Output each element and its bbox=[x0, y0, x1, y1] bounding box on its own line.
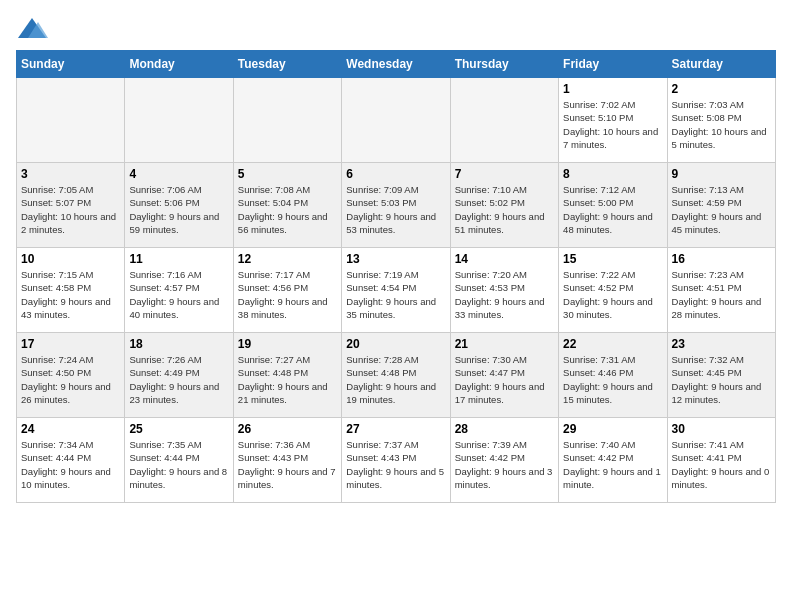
day-number: 7 bbox=[455, 167, 554, 181]
day-number: 23 bbox=[672, 337, 771, 351]
day-number: 8 bbox=[563, 167, 662, 181]
day-info: Sunrise: 7:08 AMSunset: 5:04 PMDaylight:… bbox=[238, 183, 337, 236]
day-number: 1 bbox=[563, 82, 662, 96]
day-cell-2: 2Sunrise: 7:03 AMSunset: 5:08 PMDaylight… bbox=[667, 78, 775, 163]
day-cell-29: 29Sunrise: 7:40 AMSunset: 4:42 PMDayligh… bbox=[559, 418, 667, 503]
day-info: Sunrise: 7:23 AMSunset: 4:51 PMDaylight:… bbox=[672, 268, 771, 321]
day-number: 22 bbox=[563, 337, 662, 351]
day-cell-15: 15Sunrise: 7:22 AMSunset: 4:52 PMDayligh… bbox=[559, 248, 667, 333]
day-number: 20 bbox=[346, 337, 445, 351]
day-cell-1: 1Sunrise: 7:02 AMSunset: 5:10 PMDaylight… bbox=[559, 78, 667, 163]
day-number: 12 bbox=[238, 252, 337, 266]
empty-cell bbox=[17, 78, 125, 163]
day-cell-27: 27Sunrise: 7:37 AMSunset: 4:43 PMDayligh… bbox=[342, 418, 450, 503]
logo bbox=[16, 16, 48, 38]
day-info: Sunrise: 7:12 AMSunset: 5:00 PMDaylight:… bbox=[563, 183, 662, 236]
day-cell-20: 20Sunrise: 7:28 AMSunset: 4:48 PMDayligh… bbox=[342, 333, 450, 418]
day-cell-12: 12Sunrise: 7:17 AMSunset: 4:56 PMDayligh… bbox=[233, 248, 341, 333]
column-header-saturday: Saturday bbox=[667, 51, 775, 78]
empty-cell bbox=[233, 78, 341, 163]
day-cell-16: 16Sunrise: 7:23 AMSunset: 4:51 PMDayligh… bbox=[667, 248, 775, 333]
day-number: 25 bbox=[129, 422, 228, 436]
column-header-sunday: Sunday bbox=[17, 51, 125, 78]
day-number: 9 bbox=[672, 167, 771, 181]
day-info: Sunrise: 7:34 AMSunset: 4:44 PMDaylight:… bbox=[21, 438, 120, 491]
day-info: Sunrise: 7:35 AMSunset: 4:44 PMDaylight:… bbox=[129, 438, 228, 491]
day-number: 2 bbox=[672, 82, 771, 96]
day-info: Sunrise: 7:26 AMSunset: 4:49 PMDaylight:… bbox=[129, 353, 228, 406]
day-number: 21 bbox=[455, 337, 554, 351]
day-info: Sunrise: 7:13 AMSunset: 4:59 PMDaylight:… bbox=[672, 183, 771, 236]
day-info: Sunrise: 7:19 AMSunset: 4:54 PMDaylight:… bbox=[346, 268, 445, 321]
day-number: 16 bbox=[672, 252, 771, 266]
day-info: Sunrise: 7:28 AMSunset: 4:48 PMDaylight:… bbox=[346, 353, 445, 406]
day-cell-19: 19Sunrise: 7:27 AMSunset: 4:48 PMDayligh… bbox=[233, 333, 341, 418]
day-info: Sunrise: 7:39 AMSunset: 4:42 PMDaylight:… bbox=[455, 438, 554, 491]
day-number: 29 bbox=[563, 422, 662, 436]
day-info: Sunrise: 7:40 AMSunset: 4:42 PMDaylight:… bbox=[563, 438, 662, 491]
day-cell-25: 25Sunrise: 7:35 AMSunset: 4:44 PMDayligh… bbox=[125, 418, 233, 503]
calendar-header-row: SundayMondayTuesdayWednesdayThursdayFrid… bbox=[17, 51, 776, 78]
day-number: 11 bbox=[129, 252, 228, 266]
day-cell-18: 18Sunrise: 7:26 AMSunset: 4:49 PMDayligh… bbox=[125, 333, 233, 418]
column-header-thursday: Thursday bbox=[450, 51, 558, 78]
day-cell-4: 4Sunrise: 7:06 AMSunset: 5:06 PMDaylight… bbox=[125, 163, 233, 248]
day-cell-22: 22Sunrise: 7:31 AMSunset: 4:46 PMDayligh… bbox=[559, 333, 667, 418]
day-info: Sunrise: 7:17 AMSunset: 4:56 PMDaylight:… bbox=[238, 268, 337, 321]
day-cell-28: 28Sunrise: 7:39 AMSunset: 4:42 PMDayligh… bbox=[450, 418, 558, 503]
day-cell-13: 13Sunrise: 7:19 AMSunset: 4:54 PMDayligh… bbox=[342, 248, 450, 333]
week-row-3: 10Sunrise: 7:15 AMSunset: 4:58 PMDayligh… bbox=[17, 248, 776, 333]
day-cell-10: 10Sunrise: 7:15 AMSunset: 4:58 PMDayligh… bbox=[17, 248, 125, 333]
week-row-2: 3Sunrise: 7:05 AMSunset: 5:07 PMDaylight… bbox=[17, 163, 776, 248]
day-cell-8: 8Sunrise: 7:12 AMSunset: 5:00 PMDaylight… bbox=[559, 163, 667, 248]
day-info: Sunrise: 7:31 AMSunset: 4:46 PMDaylight:… bbox=[563, 353, 662, 406]
day-info: Sunrise: 7:37 AMSunset: 4:43 PMDaylight:… bbox=[346, 438, 445, 491]
column-header-monday: Monday bbox=[125, 51, 233, 78]
day-info: Sunrise: 7:10 AMSunset: 5:02 PMDaylight:… bbox=[455, 183, 554, 236]
day-info: Sunrise: 7:30 AMSunset: 4:47 PMDaylight:… bbox=[455, 353, 554, 406]
day-cell-26: 26Sunrise: 7:36 AMSunset: 4:43 PMDayligh… bbox=[233, 418, 341, 503]
day-number: 6 bbox=[346, 167, 445, 181]
day-number: 5 bbox=[238, 167, 337, 181]
day-info: Sunrise: 7:32 AMSunset: 4:45 PMDaylight:… bbox=[672, 353, 771, 406]
day-number: 28 bbox=[455, 422, 554, 436]
day-cell-21: 21Sunrise: 7:30 AMSunset: 4:47 PMDayligh… bbox=[450, 333, 558, 418]
day-info: Sunrise: 7:05 AMSunset: 5:07 PMDaylight:… bbox=[21, 183, 120, 236]
day-info: Sunrise: 7:09 AMSunset: 5:03 PMDaylight:… bbox=[346, 183, 445, 236]
day-info: Sunrise: 7:22 AMSunset: 4:52 PMDaylight:… bbox=[563, 268, 662, 321]
day-cell-17: 17Sunrise: 7:24 AMSunset: 4:50 PMDayligh… bbox=[17, 333, 125, 418]
day-cell-14: 14Sunrise: 7:20 AMSunset: 4:53 PMDayligh… bbox=[450, 248, 558, 333]
day-number: 13 bbox=[346, 252, 445, 266]
day-info: Sunrise: 7:03 AMSunset: 5:08 PMDaylight:… bbox=[672, 98, 771, 151]
day-cell-3: 3Sunrise: 7:05 AMSunset: 5:07 PMDaylight… bbox=[17, 163, 125, 248]
day-number: 24 bbox=[21, 422, 120, 436]
week-row-1: 1Sunrise: 7:02 AMSunset: 5:10 PMDaylight… bbox=[17, 78, 776, 163]
day-info: Sunrise: 7:02 AMSunset: 5:10 PMDaylight:… bbox=[563, 98, 662, 151]
week-row-5: 24Sunrise: 7:34 AMSunset: 4:44 PMDayligh… bbox=[17, 418, 776, 503]
day-number: 27 bbox=[346, 422, 445, 436]
day-cell-5: 5Sunrise: 7:08 AMSunset: 5:04 PMDaylight… bbox=[233, 163, 341, 248]
column-header-friday: Friday bbox=[559, 51, 667, 78]
day-cell-9: 9Sunrise: 7:13 AMSunset: 4:59 PMDaylight… bbox=[667, 163, 775, 248]
day-number: 4 bbox=[129, 167, 228, 181]
day-info: Sunrise: 7:16 AMSunset: 4:57 PMDaylight:… bbox=[129, 268, 228, 321]
column-header-wednesday: Wednesday bbox=[342, 51, 450, 78]
empty-cell bbox=[450, 78, 558, 163]
day-info: Sunrise: 7:36 AMSunset: 4:43 PMDaylight:… bbox=[238, 438, 337, 491]
day-number: 26 bbox=[238, 422, 337, 436]
day-number: 30 bbox=[672, 422, 771, 436]
day-number: 18 bbox=[129, 337, 228, 351]
column-header-tuesday: Tuesday bbox=[233, 51, 341, 78]
page-header bbox=[16, 16, 776, 38]
empty-cell bbox=[125, 78, 233, 163]
week-row-4: 17Sunrise: 7:24 AMSunset: 4:50 PMDayligh… bbox=[17, 333, 776, 418]
logo-icon bbox=[16, 16, 44, 38]
day-info: Sunrise: 7:20 AMSunset: 4:53 PMDaylight:… bbox=[455, 268, 554, 321]
day-cell-24: 24Sunrise: 7:34 AMSunset: 4:44 PMDayligh… bbox=[17, 418, 125, 503]
day-number: 19 bbox=[238, 337, 337, 351]
day-number: 14 bbox=[455, 252, 554, 266]
calendar: SundayMondayTuesdayWednesdayThursdayFrid… bbox=[16, 50, 776, 503]
day-cell-11: 11Sunrise: 7:16 AMSunset: 4:57 PMDayligh… bbox=[125, 248, 233, 333]
day-cell-23: 23Sunrise: 7:32 AMSunset: 4:45 PMDayligh… bbox=[667, 333, 775, 418]
day-number: 3 bbox=[21, 167, 120, 181]
